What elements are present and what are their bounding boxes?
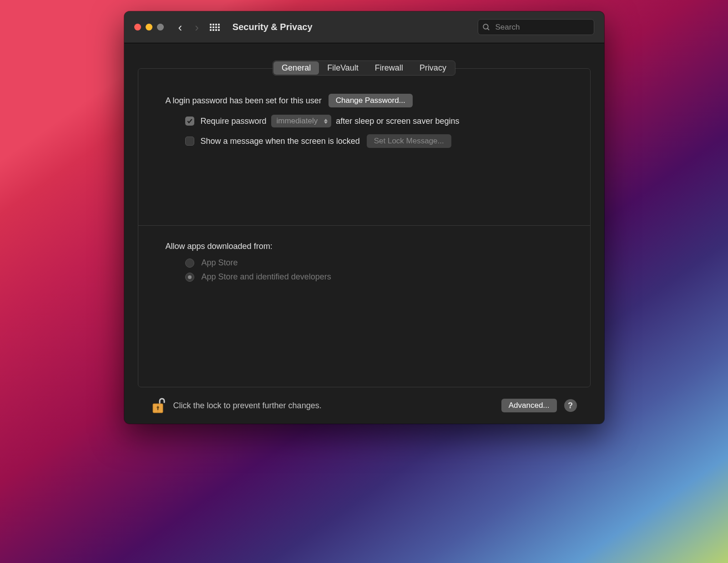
show-message-label: Show a message when the screen is locked (201, 137, 360, 146)
minimize-window-button[interactable] (146, 24, 152, 30)
password-set-row: A login password has been set for this u… (166, 94, 563, 107)
search-input[interactable] (478, 19, 594, 35)
show-lock-message-checkbox[interactable] (185, 137, 194, 146)
set-lock-message-button: Set Lock Message... (367, 134, 451, 148)
password-set-label: A login password has been set for this u… (166, 96, 322, 106)
lock-text: Click the lock to prevent further change… (173, 401, 322, 411)
content-area: General FileVault Firewall Privacy A log… (124, 43, 604, 424)
svg-rect-6 (157, 408, 158, 410)
require-password-label-after: after sleep or screen saver begins (336, 117, 459, 126)
general-panel: A login password has been set for this u… (138, 68, 591, 387)
tab-bar: General FileVault Firewall Privacy (273, 61, 455, 76)
radio-app-store: App Store (166, 258, 563, 268)
require-password-row: Require password immediately after sleep… (166, 115, 563, 127)
titlebar: ‹ › Security & Privacy (124, 11, 604, 43)
change-password-button[interactable]: Change Password... (329, 94, 413, 107)
require-password-delay-select[interactable]: immediately (271, 115, 332, 127)
search-icon (482, 23, 490, 31)
svg-line-1 (487, 28, 489, 30)
zoom-window-button (157, 24, 164, 30)
window-title: Security & Privacy (233, 22, 473, 32)
updown-icon (324, 119, 328, 124)
search-field[interactable] (478, 19, 594, 35)
radio-app-store-and-developers-label: App Store and identified developers (202, 272, 331, 282)
nav-arrows: ‹ › (178, 21, 199, 33)
footer: Click the lock to prevent further change… (138, 387, 591, 424)
require-password-checkbox[interactable] (185, 117, 194, 126)
forward-button: › (195, 21, 199, 33)
tab-privacy[interactable]: Privacy (411, 61, 455, 75)
show-message-row: Show a message when the screen is locked… (166, 134, 563, 148)
preferences-window: ‹ › Security & Privacy General FileVault… (124, 11, 604, 424)
tab-filevault[interactable]: FileVault (319, 61, 367, 75)
unlocked-lock-icon (152, 397, 166, 414)
traffic-lights (134, 24, 164, 30)
allow-apps-label: Allow apps downloaded from: (166, 242, 563, 251)
radio-app-store-and-developers: App Store and identified developers (166, 272, 563, 282)
advanced-button[interactable]: Advanced... (501, 399, 557, 412)
require-password-delay-value: immediately (277, 117, 318, 126)
divider (138, 225, 590, 226)
radio-app-store-and-developers-button (185, 273, 194, 282)
svg-point-0 (483, 24, 488, 29)
radio-app-store-label: App Store (202, 258, 238, 268)
lock-button[interactable]: Click the lock to prevent further change… (152, 397, 495, 414)
tab-general[interactable]: General (273, 61, 319, 75)
back-button[interactable]: ‹ (178, 21, 182, 33)
close-window-button[interactable] (134, 24, 141, 30)
help-button[interactable]: ? (564, 399, 577, 412)
tab-firewall[interactable]: Firewall (367, 61, 411, 75)
show-all-icon[interactable] (210, 24, 220, 31)
require-password-label-before: Require password (201, 117, 267, 126)
radio-app-store-button (185, 259, 194, 268)
